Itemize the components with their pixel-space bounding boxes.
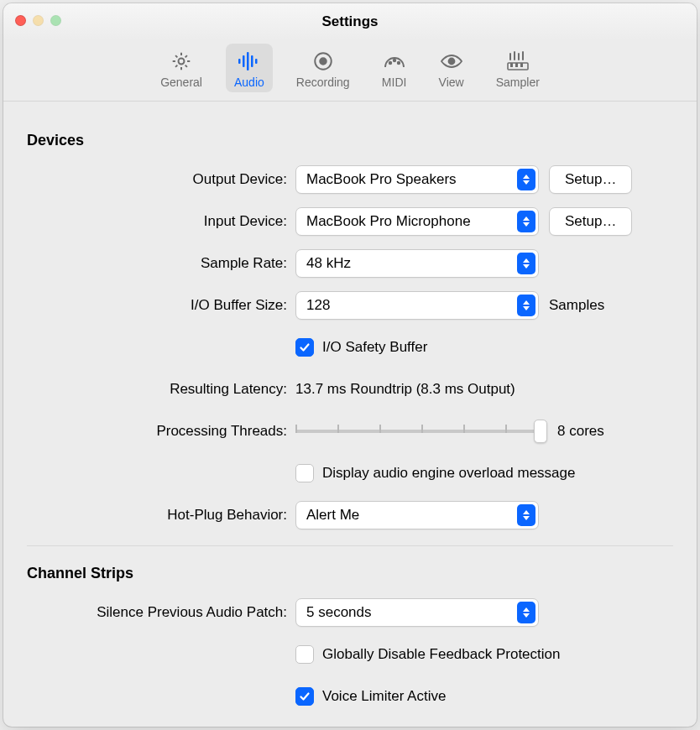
settings-tabs: General Audio Recording — [3, 40, 697, 102]
gauge-icon — [382, 49, 407, 74]
input-device-value: MacBook Pro Microphone — [306, 213, 471, 230]
label-output-device: Output Device: — [27, 171, 295, 188]
svg-point-11 — [448, 59, 454, 65]
row-threads: Processing Threads: 8 cores — [27, 416, 673, 446]
svg-rect-19 — [520, 63, 523, 67]
row-input-device: Input Device: MacBook Pro Microphone Set… — [27, 206, 673, 237]
row-hotplug: Hot-Plug Behavior: Alert Me — [27, 500, 673, 530]
feedback-label: Globally Disable Feedback Protection — [322, 646, 560, 663]
row-silence: Silence Previous Audio Patch: 5 seconds — [27, 597, 673, 628]
updown-icon — [517, 253, 535, 274]
svg-rect-5 — [255, 59, 258, 64]
label-silence: Silence Previous Audio Patch: — [27, 604, 295, 621]
close-window-button[interactable] — [15, 15, 26, 26]
section-divider — [27, 545, 673, 546]
svg-rect-1 — [238, 59, 241, 64]
row-feedback: Globally Disable Feedback Protection — [27, 639, 673, 670]
tab-view[interactable]: View — [431, 44, 473, 92]
label-io-buffer: I/O Buffer Size: — [27, 297, 295, 314]
tab-label: Audio — [234, 76, 264, 89]
section-title-channel-strips: Channel Strips — [27, 565, 673, 582]
output-device-popup[interactable]: MacBook Pro Speakers — [295, 165, 539, 194]
window-title: Settings — [3, 13, 697, 30]
row-latency: Resulting Latency: 13.7 ms Roundtrip (8.… — [27, 374, 673, 404]
label-input-device: Input Device: — [27, 213, 295, 230]
svg-rect-18 — [515, 63, 518, 67]
voice-limiter-label: Voice Limiter Active — [322, 688, 446, 705]
input-device-setup-button[interactable]: Setup… — [549, 207, 632, 236]
label-latency: Resulting Latency: — [27, 381, 295, 398]
tab-audio[interactable]: Audio — [226, 44, 273, 92]
updown-icon — [517, 602, 535, 623]
io-buffer-value: 128 — [306, 297, 330, 314]
io-safety-checkbox[interactable] — [295, 338, 314, 357]
svg-rect-3 — [247, 52, 249, 70]
updown-icon — [517, 295, 535, 316]
processing-threads-slider[interactable] — [295, 420, 547, 443]
tab-recording[interactable]: Recording — [288, 44, 358, 92]
svg-rect-14 — [518, 53, 520, 60]
row-sample-rate: Sample Rate: 48 kHz — [27, 248, 673, 279]
threads-readout: 8 cores — [557, 423, 604, 440]
label-sample-rate: Sample Rate: — [27, 255, 295, 272]
eye-icon — [439, 49, 464, 74]
svg-point-0 — [179, 59, 185, 65]
overload-label: Display audio engine overload message — [322, 465, 575, 482]
tab-label: View — [439, 76, 464, 89]
row-io-buffer: I/O Buffer Size: 128 Samples — [27, 290, 673, 321]
row-output-device: Output Device: MacBook Pro Speakers Setu… — [27, 164, 673, 195]
io-buffer-popup[interactable]: 128 — [295, 291, 539, 320]
svg-rect-2 — [243, 55, 245, 67]
row-io-safety: I/O Safety Buffer — [27, 332, 673, 362]
label-hotplug: Hot-Plug Behavior: — [27, 507, 295, 524]
label-threads: Processing Threads: — [27, 423, 295, 440]
svg-point-7 — [320, 58, 326, 65]
tab-label: MIDI — [382, 76, 407, 89]
output-device-setup-button[interactable]: Setup… — [549, 165, 632, 194]
tab-sampler[interactable]: Sampler — [488, 44, 548, 92]
tab-general[interactable]: General — [152, 44, 211, 92]
io-buffer-suffix: Samples — [549, 297, 604, 314]
svg-rect-17 — [510, 63, 513, 67]
svg-point-8 — [389, 62, 391, 65]
sample-rate-value: 48 kHz — [306, 255, 351, 272]
slider-thumb[interactable] — [534, 420, 547, 443]
silence-value: 5 seconds — [306, 604, 372, 621]
latency-value: 13.7 ms Roundtrip (8.3 ms Output) — [295, 381, 515, 398]
zoom-window-button[interactable] — [50, 15, 61, 26]
waveform-icon — [237, 49, 262, 74]
overload-checkbox[interactable] — [295, 464, 314, 482]
tab-midi[interactable]: MIDI — [374, 44, 415, 92]
minimize-window-button[interactable] — [33, 15, 44, 26]
io-safety-label: I/O Safety Buffer — [322, 339, 427, 356]
voice-limiter-checkbox[interactable] — [295, 687, 314, 706]
titlebar: Settings — [3, 3, 697, 40]
sample-rate-popup[interactable]: 48 kHz — [295, 249, 539, 278]
svg-rect-13 — [514, 51, 515, 60]
sampler-icon — [505, 49, 530, 74]
updown-icon — [517, 169, 535, 190]
svg-rect-4 — [251, 55, 253, 67]
output-device-value: MacBook Pro Speakers — [306, 171, 457, 188]
record-icon — [311, 49, 336, 74]
settings-window: Settings General Audio — [3, 3, 697, 727]
input-device-popup[interactable]: MacBook Pro Microphone — [295, 207, 539, 236]
svg-point-10 — [393, 60, 395, 62]
feedback-checkbox[interactable] — [295, 645, 314, 664]
svg-point-9 — [397, 62, 400, 65]
tab-label: General — [160, 76, 202, 89]
svg-rect-15 — [522, 51, 524, 60]
section-title-devices: Devices — [27, 132, 673, 149]
updown-icon — [517, 211, 535, 232]
tab-label: Recording — [296, 76, 350, 89]
row-overload: Display audio engine overload message — [27, 458, 673, 488]
svg-rect-12 — [509, 53, 511, 60]
settings-content: Devices Output Device: MacBook Pro Speak… — [3, 102, 697, 727]
updown-icon — [517, 504, 535, 526]
silence-popup[interactable]: 5 seconds — [295, 598, 539, 627]
gear-icon — [169, 49, 194, 74]
row-voice-limiter: Voice Limiter Active — [27, 681, 673, 712]
tab-label: Sampler — [496, 76, 540, 89]
traffic-lights — [15, 15, 61, 26]
hotplug-popup[interactable]: Alert Me — [295, 501, 539, 529]
